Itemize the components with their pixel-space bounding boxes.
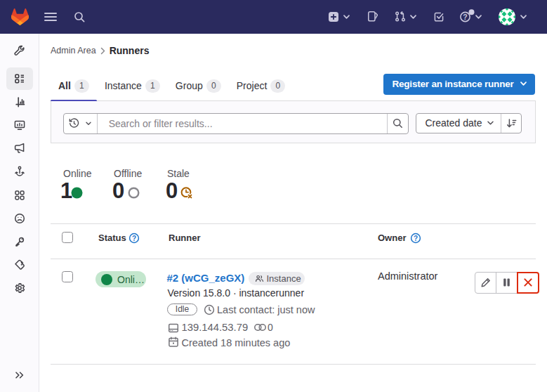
svg-text:?: ? bbox=[414, 234, 418, 242]
svg-text:?: ? bbox=[463, 13, 467, 21]
svg-text:?: ? bbox=[132, 234, 136, 242]
